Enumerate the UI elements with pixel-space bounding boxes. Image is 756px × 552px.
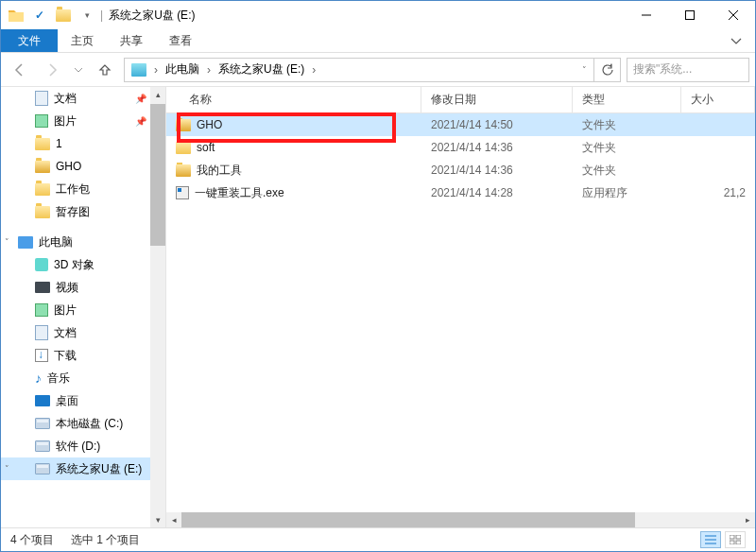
tree-item[interactable]: 下载	[1, 344, 165, 367]
tree-item[interactable]: 暂存图	[1, 200, 165, 223]
svg-rect-4	[736, 541, 741, 544]
expand-icon[interactable]: ˅	[5, 237, 14, 247]
view-icons-button[interactable]	[725, 531, 746, 548]
tree-item-label: GHO	[56, 160, 81, 173]
tree-item[interactable]: 软件 (D:)	[1, 435, 165, 457]
forward-button[interactable]	[39, 57, 65, 83]
tree-item-label: 视频	[56, 280, 78, 296]
refresh-button[interactable]	[594, 58, 621, 82]
window-controls	[625, 1, 755, 29]
tab-home[interactable]: 主页	[58, 29, 107, 52]
tab-view[interactable]: 查看	[156, 29, 205, 52]
disk-icon	[35, 418, 50, 429]
file-date: 2021/4/14 14:50	[421, 118, 573, 131]
column-name[interactable]: 名称	[166, 87, 421, 112]
tree-item-label: 图片	[54, 302, 77, 319]
file-size: 21,2	[681, 186, 755, 199]
tree-item-label: 系统之家U盘 (E:)	[56, 461, 142, 477]
file-row[interactable]: soft2021/4/14 14:36文件夹	[166, 136, 755, 159]
column-size[interactable]: 大小	[681, 87, 755, 112]
scroll-down-icon[interactable]: ▾	[150, 512, 165, 527]
tree-item[interactable]: 视频	[1, 276, 165, 299]
disk-icon	[35, 463, 50, 474]
scroll-up-icon[interactable]: ▴	[150, 87, 165, 102]
qat-dropdown-icon[interactable]: ▾	[79, 8, 94, 23]
chevron-right-icon[interactable]: ›	[204, 63, 214, 77]
titlebar: ✓ ▾ | 系统之家U盘 (E:)	[1, 1, 755, 29]
minimize-button[interactable]	[625, 1, 668, 29]
close-button[interactable]	[712, 1, 755, 29]
tree-item[interactable]: 图片📌	[1, 110, 165, 132]
expand-icon[interactable]: ˅	[5, 464, 14, 474]
file-row[interactable]: GHO2021/4/14 14:50文件夹	[166, 113, 755, 136]
hscroll-thumb[interactable]	[181, 512, 635, 527]
back-button[interactable]	[7, 57, 33, 83]
svg-rect-3	[730, 541, 734, 544]
content-area: 文档📌图片📌1GHO工作包暂存图˅此电脑3D 对象视频图片文档下载♪音乐桌面本地…	[1, 87, 755, 527]
tree-item-label: 桌面	[56, 393, 78, 409]
scroll-left-icon[interactable]: ◂	[166, 512, 181, 527]
scroll-right-icon[interactable]: ▸	[740, 512, 755, 527]
tree-item[interactable]: 图片	[1, 299, 165, 321]
tree-item[interactable]: 1	[1, 132, 165, 155]
tree-item[interactable]: 3D 对象	[1, 253, 165, 276]
disk-icon	[35, 440, 50, 452]
horizontal-scrollbar[interactable]: ◂ ▸	[166, 512, 755, 527]
chevron-right-icon[interactable]: ›	[309, 63, 318, 77]
tree-item[interactable]: 文档	[1, 321, 165, 344]
chevron-right-icon[interactable]: ›	[151, 63, 161, 77]
music-icon: ♪	[35, 371, 42, 386]
up-button[interactable]	[92, 57, 118, 83]
properties-icon[interactable]: ✓	[32, 8, 47, 23]
folder-icon	[176, 142, 191, 154]
document-icon	[35, 91, 48, 106]
download-icon	[35, 349, 48, 362]
address-dropdown[interactable]: ˅	[579, 65, 590, 75]
tree-item[interactable]: ˅系统之家U盘 (E:)	[1, 457, 165, 480]
tab-share[interactable]: 共享	[107, 29, 156, 52]
tree-scrollbar[interactable]: ▴ ▾	[150, 87, 165, 527]
breadcrumb-seg-1[interactable]: 此电脑	[163, 59, 202, 81]
exe-icon	[176, 186, 189, 199]
file-type: 应用程序	[573, 185, 681, 201]
tree-item[interactable]: ˅此电脑	[1, 231, 165, 253]
file-type: 文件夹	[573, 140, 681, 156]
navigation-tree[interactable]: 文档📌图片📌1GHO工作包暂存图˅此电脑3D 对象视频图片文档下载♪音乐桌面本地…	[1, 87, 166, 527]
address-drive-icon[interactable]	[129, 59, 149, 81]
file-row[interactable]: 一键重装工具.exe2021/4/14 14:28应用程序21,2	[166, 181, 755, 204]
folder-icon	[35, 206, 50, 218]
navbar: › 此电脑 › 系统之家U盘 (E:) › ˅ 搜索"系统...	[1, 53, 755, 87]
view-details-button[interactable]	[700, 531, 721, 548]
status-item-count: 4 个项目	[10, 532, 54, 548]
recent-dropdown[interactable]	[71, 57, 86, 83]
tree-item[interactable]: 桌面	[1, 389, 165, 412]
search-input[interactable]: 搜索"系统...	[627, 58, 749, 82]
file-type: 文件夹	[573, 117, 681, 133]
ribbon-expand-button[interactable]	[717, 29, 755, 52]
breadcrumb-seg-2[interactable]: 系统之家U盘 (E:)	[215, 59, 307, 81]
tree-item[interactable]: GHO	[1, 155, 165, 178]
folder-qat-icon[interactable]	[56, 8, 71, 23]
tree-item[interactable]: 文档📌	[1, 87, 165, 110]
maximize-button[interactable]	[668, 1, 712, 29]
explorer-icon	[9, 8, 24, 23]
tree-item[interactable]: 本地磁盘 (C:)	[1, 412, 165, 435]
address-bar[interactable]: › 此电脑 › 系统之家U盘 (E:) › ˅	[124, 58, 594, 82]
folder-icon	[35, 161, 50, 173]
svg-rect-2	[736, 535, 741, 539]
tree-item[interactable]: 工作包	[1, 178, 165, 200]
window-title: 系统之家U盘 (E:)	[109, 8, 195, 24]
file-date: 2021/4/14 14:36	[421, 164, 573, 177]
tab-file[interactable]: 文件	[1, 29, 58, 52]
pictures-icon	[35, 114, 48, 128]
file-name: 一键重装工具.exe	[195, 185, 284, 201]
tree-item-label: 文档	[54, 325, 77, 341]
3d-icon	[35, 258, 48, 271]
pictures-icon	[35, 303, 48, 317]
column-date[interactable]: 修改日期	[421, 87, 573, 112]
scroll-thumb[interactable]	[150, 104, 165, 246]
file-row[interactable]: 我的工具2021/4/14 14:36文件夹	[166, 159, 755, 181]
tree-item[interactable]: ♪音乐	[1, 367, 165, 389]
column-type[interactable]: 类型	[573, 87, 681, 112]
folder-icon	[35, 183, 50, 196]
